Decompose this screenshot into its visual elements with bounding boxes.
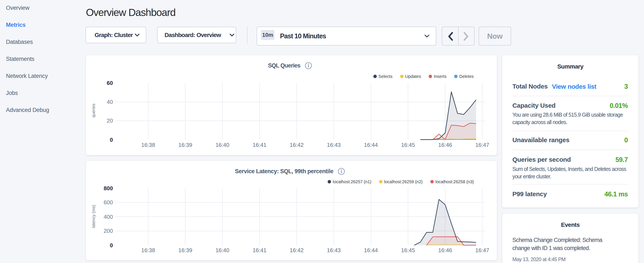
svg-text:600: 600: [104, 199, 113, 205]
svg-text:16:39: 16:39: [178, 247, 192, 253]
svg-text:16:42: 16:42: [290, 142, 304, 148]
svg-text:16:43: 16:43: [327, 142, 340, 148]
svg-text:16:41: 16:41: [252, 142, 266, 148]
svg-text:200: 200: [104, 228, 113, 234]
svg-text:16:44: 16:44: [364, 142, 378, 148]
svg-text:16:39: 16:39: [178, 142, 192, 148]
svg-text:40: 40: [107, 99, 113, 105]
svg-text:400: 400: [104, 214, 113, 220]
svg-text:16:44: 16:44: [364, 247, 378, 253]
svg-text:16:42: 16:42: [290, 247, 304, 253]
svg-text:0: 0: [110, 137, 113, 143]
svg-text:16:47: 16:47: [476, 142, 489, 148]
svg-text:60: 60: [107, 80, 113, 86]
svg-text:16:41: 16:41: [252, 247, 266, 253]
svg-text:16:46: 16:46: [438, 247, 452, 253]
svg-text:0: 0: [110, 242, 113, 248]
svg-text:16:38: 16:38: [141, 142, 155, 148]
svg-text:16:47: 16:47: [476, 247, 489, 253]
svg-text:queries: queries: [91, 104, 96, 118]
svg-text:16:46: 16:46: [438, 142, 452, 148]
svg-text:latency (ms): latency (ms): [91, 205, 96, 228]
svg-text:16:40: 16:40: [216, 142, 230, 148]
svg-text:16:40: 16:40: [216, 247, 230, 253]
svg-text:16:38: 16:38: [141, 247, 155, 253]
svg-text:20: 20: [107, 117, 113, 124]
svg-text:16:45: 16:45: [401, 247, 415, 253]
svg-text:16:45: 16:45: [401, 142, 415, 148]
svg-text:800: 800: [104, 185, 113, 191]
svg-text:16:43: 16:43: [327, 247, 340, 253]
